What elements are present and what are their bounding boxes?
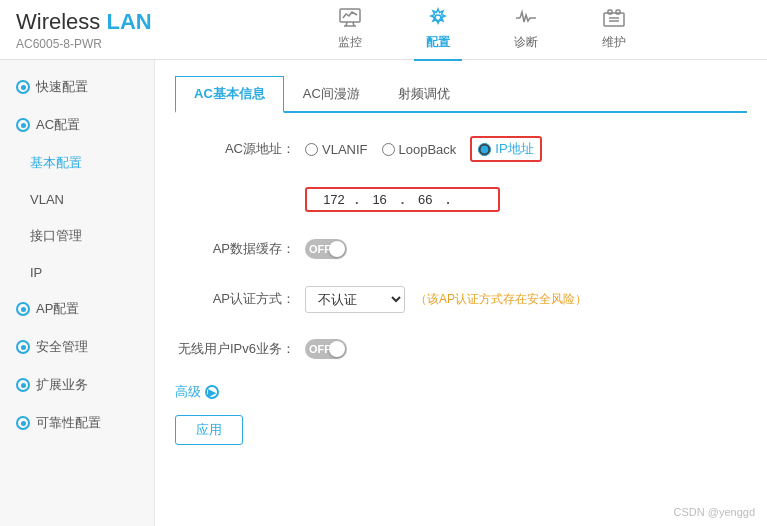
tab-ac-roaming[interactable]: AC间漫游 [284,76,379,113]
advanced-icon: ▶ [205,385,219,399]
ip-address-box: . . . [305,187,500,212]
sidebar-item-quick-config[interactable]: 快速配置 [0,68,154,106]
apply-button[interactable]: 应用 [175,415,243,445]
ipv6-content: OFF [305,339,347,359]
diagnose-icon [514,6,538,30]
maintain-icon [602,6,626,30]
sidebar-item-security[interactable]: 安全管理 [0,328,154,366]
sidebar: 快速配置 AC配置 基本配置 VLAN 接口管理 IP AP配置 安全管理 扩展… [0,60,155,526]
sidebar-item-ac-config[interactable]: AC配置 [0,106,154,144]
ap-config-icon [16,302,30,316]
ap-cache-row: AP数据缓存： OFF [175,233,747,265]
monitor-icon [338,6,362,30]
nav-config-label: 配置 [426,34,450,51]
ip-dot-2: . [401,192,405,207]
app-subtitle: AC6005-8-PWR [16,37,196,51]
ap-cache-label: AP数据缓存： [175,240,295,258]
ac-config-icon [16,118,30,132]
apply-row: 应用 [175,415,747,445]
ipv6-toggle[interactable]: OFF [305,339,347,359]
ap-cache-toggle[interactable]: OFF [305,239,347,259]
source-addr-row: AC源地址： VLANIF LoopBack IP地址 [175,133,747,165]
sidebar-item-reliability[interactable]: 可靠性配置 [0,404,154,442]
quick-config-icon [16,80,30,94]
header-title: Wireless LAN AC6005-8-PWR [16,9,196,51]
radio-loopback[interactable]: LoopBack [382,142,457,157]
nav-diagnose-label: 诊断 [514,34,538,51]
nav-config[interactable]: 配置 [414,0,462,61]
nav-maintain-label: 维护 [602,34,626,51]
sidebar-item-extend[interactable]: 扩展业务 [0,366,154,404]
sidebar-label-reliability: 可靠性配置 [36,414,101,432]
tab-bar: AC基本信息 AC间漫游 射频调优 [175,76,747,113]
header: Wireless LAN AC6005-8-PWR 监控 [0,0,767,60]
radio-vlanif[interactable]: VLANIF [305,142,368,157]
nav-monitor[interactable]: 监控 [326,0,374,61]
watermark: CSDN @yenggd [674,506,755,518]
ap-cache-toggle-label: OFF [309,243,331,255]
sidebar-label-quick-config: 快速配置 [36,78,88,96]
sidebar-item-ap-config[interactable]: AP配置 [0,290,154,328]
ip-octet-2[interactable] [361,192,399,207]
sidebar-item-ip[interactable]: IP [0,255,154,290]
security-icon [16,340,30,354]
ap-auth-label: AP认证方式： [175,290,295,308]
ap-cache-content: OFF [305,239,347,259]
sidebar-label-vlan: VLAN [30,192,64,207]
svg-rect-6 [604,13,624,26]
ip-octet-3[interactable] [406,192,444,207]
ip-octet-1[interactable] [315,192,353,207]
ip-dot-3: . [446,192,450,207]
source-addr-label: AC源地址： [175,140,295,158]
sidebar-label-interface: 接口管理 [30,227,82,245]
extend-icon [16,378,30,392]
sidebar-label-security: 安全管理 [36,338,88,356]
source-addr-radio-group: VLANIF LoopBack IP地址 [305,136,542,162]
config-icon [426,6,450,30]
ip-octet-4[interactable] [452,192,490,207]
ipv6-toggle-label: OFF [309,343,331,355]
sidebar-item-interface[interactable]: 接口管理 [0,217,154,255]
radio-ip-highlighted: IP地址 [470,136,541,162]
advanced-label: 高级 [175,383,201,401]
sidebar-item-vlan[interactable]: VLAN [0,182,154,217]
sidebar-label-extend: 扩展业务 [36,376,88,394]
nav-maintain[interactable]: 维护 [590,0,638,61]
nav-monitor-label: 监控 [338,34,362,51]
ap-auth-select[interactable]: 不认证 [305,286,405,313]
tab-ac-basic[interactable]: AC基本信息 [175,76,284,113]
advanced-section[interactable]: 高级 ▶ [175,383,747,401]
tab-freq-tune[interactable]: 射频调优 [379,76,469,113]
ipv6-toggle-knob [329,341,345,357]
ip-dot-1: . [355,192,359,207]
sidebar-item-basic-config[interactable]: 基本配置 [0,144,154,182]
ip-addr-row: . . . [175,183,747,215]
sidebar-label-ip: IP [30,265,42,280]
svg-rect-7 [608,10,612,14]
reliability-icon [16,416,30,430]
ipv6-row: 无线用户IPv6业务： OFF [175,333,747,365]
radio-ip[interactable]: IP地址 [478,140,533,158]
body: 快速配置 AC配置 基本配置 VLAN 接口管理 IP AP配置 安全管理 扩展… [0,60,767,526]
svg-rect-8 [616,10,620,14]
main-content: AC基本信息 AC间漫游 射频调优 AC源地址： VLANIF [155,60,767,526]
ap-cache-toggle-knob [329,241,345,257]
ipv6-label: 无线用户IPv6业务： [175,340,295,358]
ap-auth-row: AP认证方式： 不认证 （该AP认证方式存在安全风险） [175,283,747,315]
sidebar-label-ac-config: AC配置 [36,116,80,134]
app-title: Wireless LAN [16,9,196,35]
ap-auth-content: 不认证 （该AP认证方式存在安全风险） [305,286,587,313]
sidebar-label-ap-config: AP配置 [36,300,79,318]
nav-bar: 监控 配置 诊断 [196,0,767,61]
source-addr-content: VLANIF LoopBack IP地址 [305,136,542,162]
ap-auth-warning: （该AP认证方式存在安全风险） [415,291,587,308]
nav-diagnose[interactable]: 诊断 [502,0,550,61]
sidebar-label-basic-config: 基本配置 [30,154,82,172]
